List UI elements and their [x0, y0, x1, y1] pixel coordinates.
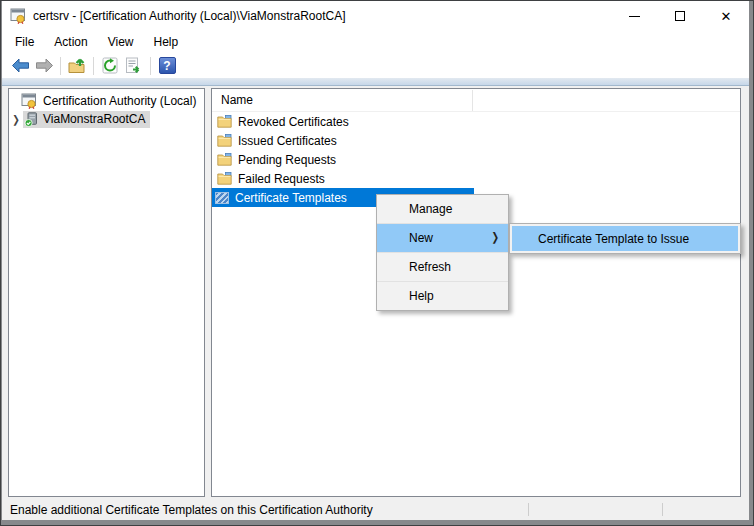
toolbar-separator — [60, 57, 61, 75]
close-button[interactable]: ✕ — [703, 1, 749, 31]
maximize-icon — [675, 11, 685, 21]
menu-item-label: New — [409, 231, 433, 245]
folder-icon — [217, 134, 232, 147]
tree-item-viamonstrarootca[interactable]: ❯ ViaMonstraRo — [9, 110, 204, 128]
list-item-failed-requests[interactable]: Failed Requests — [212, 169, 740, 188]
list-item-label: Failed Requests — [238, 172, 325, 186]
back-button[interactable] — [8, 55, 32, 77]
folder-icon — [217, 153, 232, 166]
forward-icon — [35, 58, 54, 73]
titlebar[interactable]: certsrv - [Certification Authority (Loca… — [2, 1, 749, 31]
console-tree-folder-icon — [68, 58, 87, 74]
menu-view[interactable]: View — [98, 32, 144, 52]
back-icon — [11, 58, 30, 73]
name-column-header[interactable]: Name — [221, 93, 253, 107]
menubar: File Action View Help — [2, 31, 749, 53]
menu-file[interactable]: File — [5, 32, 44, 52]
toolbar-separator — [93, 57, 94, 75]
forward-button[interactable] — [32, 55, 56, 77]
maximize-button[interactable] — [657, 1, 703, 31]
toolbar-separator — [150, 57, 151, 75]
folder-icon — [217, 115, 232, 128]
list-header: Name — [212, 89, 740, 112]
context-menu-item-refresh[interactable]: Refresh — [377, 253, 508, 281]
list-item-pending-requests[interactable]: Pending Requests — [212, 150, 740, 169]
chevron-right-icon[interactable]: ❯ — [9, 113, 23, 125]
toolbar-divider-band — [2, 78, 749, 86]
tree-item-label: ViaMonstraRootCA — [43, 112, 146, 126]
show-hide-console-tree-button[interactable] — [65, 55, 89, 77]
context-menu-item-help[interactable]: Help — [377, 282, 508, 310]
context-menu-item-manage[interactable]: Manage — [377, 195, 508, 223]
tree-item-certification-authority[interactable]: Certification Authority (Local) — [9, 92, 204, 110]
submenu-arrow-icon: ❯ — [491, 231, 499, 244]
app-icon — [10, 8, 27, 24]
export-list-button[interactable] — [122, 55, 146, 77]
certsrv-window: certsrv - [Certification Authority (Loca… — [0, 0, 754, 526]
tree-item-label: Certification Authority (Local) — [43, 94, 196, 108]
window-title: certsrv - [Certification Authority (Loca… — [33, 9, 611, 23]
refresh-icon — [101, 57, 119, 74]
menu-help[interactable]: Help — [144, 32, 189, 52]
folder-icon — [217, 172, 232, 185]
help-icon: ? — [159, 57, 176, 74]
close-icon: ✕ — [721, 10, 732, 23]
minimize-icon — [629, 16, 640, 17]
list-item-label: Pending Requests — [238, 153, 336, 167]
column-divider[interactable] — [472, 90, 473, 111]
list-item-revoked-certificates[interactable]: Revoked Certificates — [212, 112, 740, 131]
status-text: Enable additional Certificate Templates … — [10, 503, 373, 517]
list-item-issued-certificates[interactable]: Issued Certificates — [212, 131, 740, 150]
ca-server-icon — [24, 112, 39, 127]
list-item-label: Revoked Certificates — [238, 115, 349, 129]
certificate-templates-icon — [215, 192, 229, 204]
context-menu: Manage New ❯ Refresh Help — [376, 194, 509, 311]
statusbar: Enable additional Certificate Templates … — [2, 499, 749, 520]
context-menu-item-new[interactable]: New ❯ — [377, 224, 508, 252]
console-tree-pane: Certification Authority (Local) ❯ — [8, 88, 205, 497]
tree-selection-highlight: ViaMonstraRootCA — [23, 111, 150, 128]
new-submenu: Certificate Template to Issue — [509, 223, 741, 254]
menu-action[interactable]: Action — [44, 32, 97, 52]
minimize-button[interactable] — [611, 1, 657, 31]
export-list-icon — [125, 57, 143, 74]
statusbar-divider — [528, 503, 529, 516]
statusbar-divider — [662, 503, 663, 516]
refresh-button[interactable] — [98, 55, 122, 77]
submenu-item-certificate-template-to-issue[interactable]: Certificate Template to Issue — [512, 226, 738, 251]
window-controls: ✕ — [611, 1, 749, 31]
list-item-label: Issued Certificates — [238, 134, 337, 148]
list-item-label: Certificate Templates — [235, 191, 347, 205]
help-button[interactable]: ? — [155, 55, 179, 77]
certification-authority-icon — [21, 93, 38, 109]
toolbar: ? — [2, 53, 749, 78]
